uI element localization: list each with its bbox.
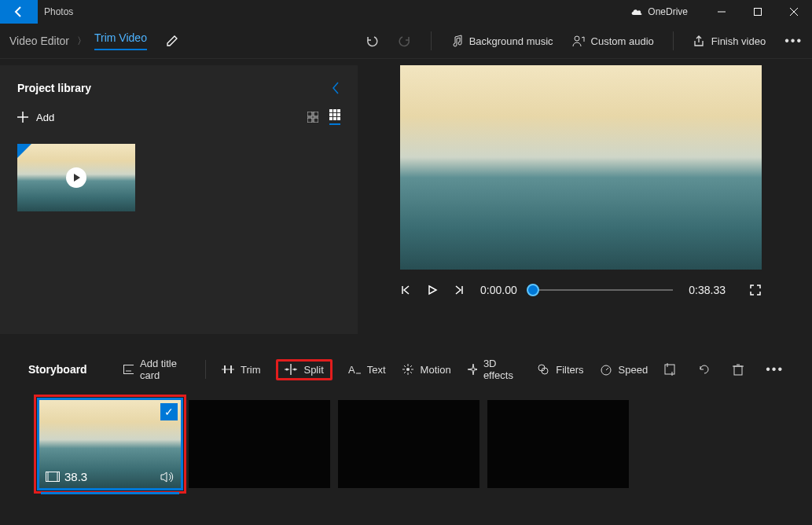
trash-icon [733, 363, 744, 376]
trim-icon [222, 364, 234, 375]
split-button[interactable]: Split [276, 359, 332, 380]
breadcrumb-current[interactable]: Trim Video [94, 31, 147, 50]
divider [431, 31, 432, 50]
seek-handle[interactable] [527, 284, 539, 296]
storyboard-more-button[interactable]: ••• [766, 362, 784, 376]
collapse-library-button[interactable] [331, 81, 340, 95]
storyboard-clip-empty[interactable] [487, 400, 629, 488]
svg-rect-1 [755, 9, 762, 16]
redo-button[interactable] [398, 34, 412, 48]
storyboard-clip-empty[interactable] [189, 400, 330, 488]
motion-button[interactable]: Motion [402, 363, 451, 376]
svg-rect-22 [123, 365, 134, 374]
prev-frame-button[interactable] [400, 285, 411, 296]
breadcrumb-root[interactable]: Video Editor [9, 35, 69, 47]
sparkle-icon [467, 363, 477, 376]
svg-rect-11 [329, 109, 333, 112]
minimize-button[interactable] [704, 0, 740, 24]
person-audio-icon [572, 35, 585, 47]
custom-audio-button[interactable]: Custom audio [572, 35, 654, 47]
film-icon [46, 472, 60, 482]
svg-line-46 [606, 368, 608, 370]
svg-rect-8 [314, 112, 318, 116]
filters-icon [537, 363, 549, 376]
svg-rect-7 [307, 112, 312, 116]
divider [673, 31, 674, 50]
split-icon [285, 364, 297, 375]
play-button[interactable] [427, 285, 438, 296]
rotate-button[interactable] [698, 363, 711, 376]
svg-rect-16 [337, 113, 340, 116]
breadcrumb: Video Editor 〉 Trim Video [9, 31, 178, 50]
close-button[interactable] [776, 0, 812, 24]
storyboard-clip-selected[interactable]: ✓ 38.3 [39, 400, 181, 488]
svg-point-34 [406, 368, 410, 371]
3d-effects-button[interactable]: 3D effects [467, 358, 522, 381]
svg-point-30 [286, 369, 288, 371]
rotate-icon [698, 363, 711, 376]
svg-rect-12 [333, 109, 336, 112]
trim-button[interactable]: Trim [222, 364, 261, 376]
fullscreen-button[interactable] [749, 284, 762, 296]
view-small-button[interactable] [329, 109, 340, 125]
storyboard-title: Storyboard [28, 363, 87, 376]
svg-rect-17 [329, 117, 333, 120]
view-large-button[interactable] [307, 112, 318, 123]
svg-text:A: A [348, 364, 355, 375]
add-title-card-button[interactable]: Add title card [123, 358, 189, 381]
svg-rect-50 [734, 366, 742, 375]
svg-rect-47 [665, 365, 674, 374]
crop-icon [663, 363, 676, 376]
storyboard-toolbar: Storyboard Add title card Trim Split A T… [28, 358, 784, 381]
library-title: Project library [17, 82, 91, 94]
text-button[interactable]: A Text [348, 364, 386, 376]
back-button[interactable] [0, 0, 38, 24]
cloud-icon [630, 8, 643, 16]
beach-preview [400, 65, 762, 270]
storyboard-clip-empty[interactable] [338, 400, 479, 488]
svg-rect-10 [314, 118, 318, 123]
svg-line-42 [404, 372, 406, 373]
delete-button[interactable] [733, 363, 744, 376]
resize-button[interactable] [663, 363, 676, 376]
speed-button[interactable]: Speed [600, 363, 648, 376]
current-time: 0:00.00 [480, 284, 517, 296]
next-frame-button[interactable] [454, 285, 465, 296]
rename-button[interactable] [166, 35, 178, 47]
text-icon: A [348, 364, 361, 375]
clip-duration: 38.3 [64, 470, 87, 483]
app-title: Photos [44, 6, 73, 17]
more-button[interactable]: ••• [784, 34, 803, 48]
storyboard-clips: ✓ 38.3 [28, 400, 784, 488]
svg-rect-15 [333, 113, 336, 116]
motion-icon [402, 363, 414, 376]
breadcrumb-toolbar: Video Editor 〉 Trim Video Background mus… [0, 24, 812, 59]
music-icon [450, 35, 463, 47]
maximize-button[interactable] [740, 0, 776, 24]
svg-rect-14 [329, 113, 333, 116]
finish-video-button[interactable]: Finish video [693, 35, 766, 47]
divider [205, 360, 206, 379]
svg-line-40 [410, 372, 412, 373]
svg-rect-18 [333, 117, 336, 120]
svg-rect-13 [337, 109, 340, 112]
video-preview[interactable] [400, 65, 762, 270]
chevron-right-icon: 〉 [77, 35, 86, 48]
svg-rect-9 [307, 118, 312, 123]
svg-line-41 [410, 365, 412, 367]
library-clip-thumbnail[interactable] [17, 144, 135, 211]
add-media-button[interactable]: Add [17, 112, 54, 123]
export-icon [693, 35, 705, 47]
corner-marker-icon [17, 144, 31, 158]
volume-icon[interactable] [160, 472, 175, 483]
titlebar: Photos OneDrive [0, 0, 812, 24]
speed-icon [600, 363, 612, 376]
onedrive-status[interactable]: OneDrive [630, 6, 688, 17]
background-music-button[interactable]: Background music [450, 35, 553, 47]
svg-point-4 [575, 36, 579, 41]
filters-button[interactable]: Filters [537, 363, 583, 376]
seek-slider[interactable] [533, 289, 674, 291]
undo-button[interactable] [365, 34, 379, 48]
svg-point-31 [294, 369, 296, 371]
preview-panel: 0:00.00 0:38.33 [358, 59, 812, 334]
